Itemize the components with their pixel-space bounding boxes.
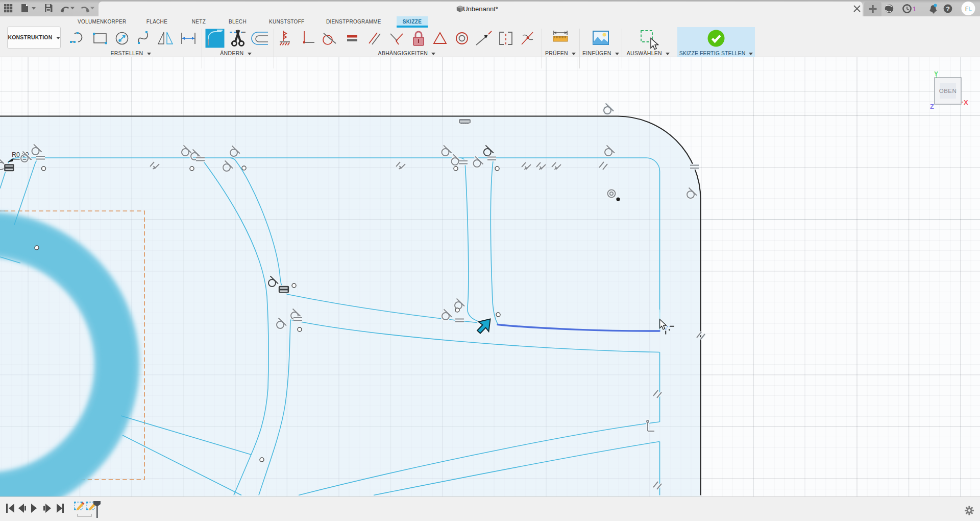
svg-text:Y: Y <box>934 70 938 78</box>
svg-text:1: 1 <box>913 5 916 13</box>
svg-text:F: F <box>965 6 968 12</box>
svg-text:?: ? <box>946 6 950 13</box>
svg-text:Z: Z <box>930 103 934 110</box>
svg-text:OBEN: OBEN <box>939 88 957 94</box>
svg-text:L: L <box>969 6 972 12</box>
svg-text:X: X <box>964 99 968 106</box>
